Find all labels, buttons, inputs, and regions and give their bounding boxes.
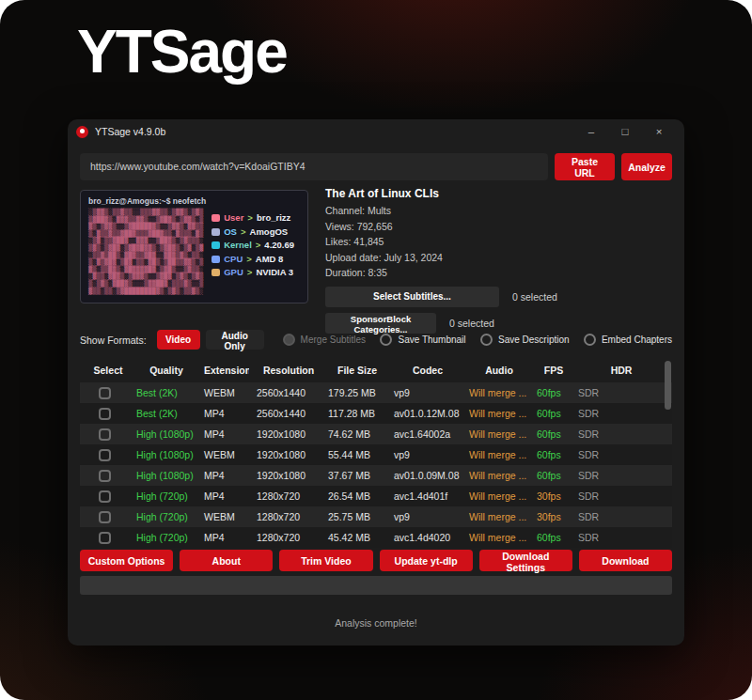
maximize-icon[interactable]: □ [608,126,642,137]
row-checkbox[interactable] [99,511,111,523]
ascii-art: ░▒▓▓▒░▒▒▓▒▒░░▒▒▒▓▓▒▒░▒▓▓▒░▒▓▒ ▒▓██▓▒░▓▓▓… [88,210,203,295]
terminal-prompt: bro_rizz@Amogus:~$ neofetch [88,196,300,206]
window-title: YTSage v4.9.0b [95,126,165,137]
close-icon[interactable]: × [642,126,676,137]
video-meta-line: Channel: Mults [325,203,672,219]
select-cell [80,428,129,441]
table-row[interactable]: High (1080p)WEBM1920x108055.44 MBvp9Will… [80,444,672,465]
title-bar[interactable]: YTSage v4.9.0b – □ × [68,119,684,144]
cpu-icon [212,256,220,263]
update-yt-dlp-button[interactable]: Update yt-dlp [380,550,473,571]
fps-cell: 60fps [529,470,571,481]
video-meta-line: Upload date: July 13, 2024 [325,250,672,266]
column-header-fps: FPS [529,365,571,376]
analyze-button[interactable]: Analyze [621,153,672,180]
table-row[interactable]: Best (2K)MP42560x1440117.28 MBav01.0.12M… [80,403,672,424]
row-checkbox[interactable] [99,470,111,482]
embed-chapters-checkbox-icon[interactable] [584,334,596,346]
spec-value: AmogOS [250,226,289,240]
spec-value: NVIDIA 3 [256,266,293,280]
file-size-cell: 25.75 MB [321,511,386,522]
app-logo-icon [76,126,88,138]
download-button[interactable]: Download [579,550,672,571]
table-row[interactable]: High (1080p)MP41920x108037.67 MBav01.0.0… [80,465,672,486]
select-subtitles-button[interactable]: Select Subtitles... [325,287,499,307]
about-button[interactable]: About [180,550,273,571]
audio-cell: Will merge ... [462,387,529,398]
checkbox-embed-chapters[interactable]: Embed Chapters [584,334,672,346]
extension-cell: WEBM [196,387,249,398]
app-window: YTSage v4.9.0b – □ × https://www.youtube… [68,119,684,646]
column-header-resolution: Resolution [249,365,321,376]
quality-cell: High (1080p) [129,449,196,460]
extension-cell: MP4 [196,428,249,440]
resolution-cell: 1920x1080 [249,428,321,440]
video-title: The Art of Linux CLIs [325,187,672,200]
table-scrollbar[interactable] [665,361,671,410]
spec-row: Kernel>4.20.69 [212,239,294,253]
extension-cell: MP4 [196,408,249,419]
table-row[interactable]: High (1080p)MP41920x108074.62 MBavc1.640… [80,424,672,444]
format-audio-only-button[interactable]: Audio Only [206,330,264,350]
resolution-cell: 2560x1440 [249,408,321,419]
select-cell [80,387,129,399]
download-settings-button[interactable]: Download Settings [479,550,572,571]
checkbox-save-description[interactable]: Save Description [480,334,570,346]
spec-arrow-icon: > [241,226,246,240]
neofetch-specs: User>bro_rizzOS>AmogOSKernel>4.20.69CPU>… [212,210,294,295]
file-size-cell: 26.54 MB [321,490,386,502]
hdr-cell: SDR [571,408,665,419]
minimize-icon[interactable]: – [574,126,608,137]
kernel-icon [212,241,220,249]
hero-title: YTSage [77,17,287,86]
row-checkbox[interactable] [99,387,111,399]
custom-options-button[interactable]: Custom Options [80,550,173,571]
trim-video-button[interactable]: Trim Video [279,550,372,571]
gpu-icon [212,269,220,276]
extension-cell: MP4 [196,490,249,502]
video-meta: Channel: MultsViews: 792,656Likes: 41,84… [325,203,672,281]
audio-cell: Will merge ... [462,470,529,481]
save-description-checkbox-icon[interactable] [480,334,493,346]
row-checkbox[interactable] [99,408,111,420]
table-row[interactable]: Best (2K)WEBM2560x1440179.25 MBvp9Will m… [80,382,672,403]
column-header-hdr: HDR [571,365,665,376]
row-checkbox[interactable] [99,532,111,544]
spec-arrow-icon: > [246,253,252,267]
video-meta-line: Views: 792,656 [325,219,672,235]
select-cell [80,470,129,482]
show-formats-label: Show Formats: [80,334,147,346]
resolution-cell: 2560x1440 [249,387,321,398]
quality-cell: High (720p) [129,511,196,522]
file-size-cell: 45.42 MB [321,532,386,543]
row-checkbox[interactable] [99,449,111,461]
spec-arrow-icon: > [247,211,253,226]
fps-cell: 30fps [529,511,571,522]
spec-label: Kernel [224,239,252,253]
format-video-button[interactable]: Video [157,330,200,350]
hdr-cell: SDR [571,511,665,522]
spec-row: OS>AmogOS [212,226,294,240]
paste-url-button[interactable]: Paste URL [555,153,615,180]
hdr-cell: SDR [571,490,665,502]
table-row[interactable]: High (720p)WEBM1280x72025.75 MBvp9Will m… [80,506,672,527]
quality-cell: High (1080p) [129,428,196,440]
checkbox-save-thumbnail[interactable]: Save Thumbnail [380,334,465,346]
row-checkbox[interactable] [99,428,111,441]
window-controls: – □ × [574,126,676,137]
table-row[interactable]: High (720p)MP41280x72045.42 MBavc1.4d402… [80,527,672,548]
merge-subtitles-label: Merge Subtitles [301,334,366,345]
resolution-cell: 1280x720 [249,511,321,522]
row-checkbox[interactable] [99,490,111,503]
codec-cell: avc1.4d401f [386,490,462,502]
audio-cell: Will merge ... [462,490,529,502]
spec-arrow-icon: > [256,239,261,253]
fps-cell: 60fps [529,532,571,543]
hdr-cell: SDR [571,470,665,481]
url-input[interactable]: https://www.youtube.com/watch?v=KdoaiGTI… [80,153,548,180]
audio-cell: Will merge ... [462,511,529,522]
codec-cell: avc1.4d4020 [386,532,462,543]
save-thumbnail-checkbox-icon[interactable] [380,334,392,346]
file-size-cell: 117.28 MB [321,408,386,419]
table-row[interactable]: High (720p)MP41280x72026.54 MBavc1.4d401… [80,486,672,506]
